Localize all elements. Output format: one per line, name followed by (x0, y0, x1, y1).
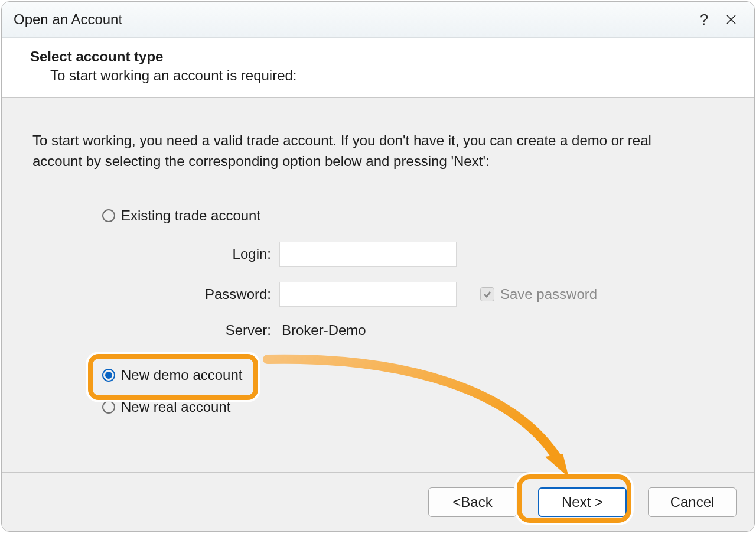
radio-existing-account[interactable]: Existing trade account (102, 207, 721, 224)
login-label: Login: (102, 246, 279, 262)
titlebar: Open an Account ? (2, 2, 754, 38)
wizard-header: Select account type To start working an … (2, 38, 754, 98)
existing-account-form: Login: Password: Save password Server: B… (31, 242, 721, 339)
wizard-footer: <Back Next > Cancel (2, 472, 754, 531)
wizard-header-subtitle: To start working an account is required: (30, 67, 754, 84)
password-label: Password: (102, 286, 279, 303)
dialog-title: Open an Account (14, 11, 690, 28)
save-password-checkbox[interactable]: Save password (480, 286, 634, 303)
cancel-button[interactable]: Cancel (648, 488, 737, 517)
radio-label: Existing trade account (121, 207, 260, 224)
radio-icon (102, 369, 115, 382)
intro-text: To start working, you need a valid trade… (32, 131, 694, 172)
radio-label: New demo account (121, 367, 242, 384)
help-icon[interactable]: ? (690, 2, 718, 37)
wizard-header-title: Select account type (30, 48, 754, 65)
radio-icon (102, 401, 115, 414)
account-type-options: Existing trade account Login: Password: … (32, 207, 721, 415)
password-input[interactable] (279, 282, 457, 307)
radio-icon (102, 209, 115, 222)
close-icon[interactable] (718, 2, 745, 37)
login-input[interactable] (279, 242, 457, 266)
server-label: Server: (102, 322, 279, 339)
save-password-label: Save password (500, 286, 597, 303)
radio-new-demo-account[interactable]: New demo account (102, 367, 721, 384)
next-button[interactable]: Next > (538, 488, 627, 517)
open-account-dialog: Open an Account ? Select account type To… (1, 1, 755, 532)
server-value: Broker-Demo (279, 322, 457, 339)
radio-new-real-account[interactable]: New real account (102, 399, 721, 415)
back-button[interactable]: <Back (428, 488, 517, 517)
radio-label: New real account (121, 399, 230, 415)
wizard-body: To start working, you need a valid trade… (2, 98, 754, 463)
checkbox-icon (480, 287, 494, 301)
